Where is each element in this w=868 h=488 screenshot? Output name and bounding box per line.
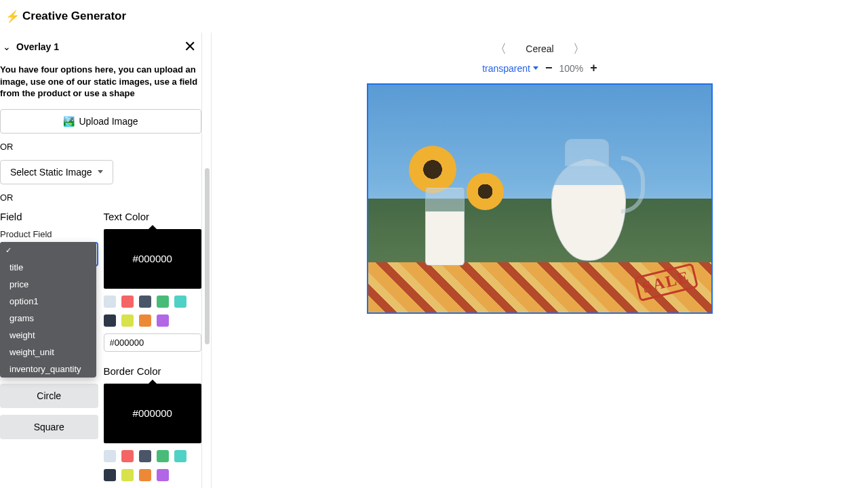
dropdown-item-blank[interactable]: ✓ bbox=[0, 242, 96, 259]
glass-icon bbox=[425, 188, 465, 266]
background-select[interactable]: transparent bbox=[482, 63, 538, 74]
product-field-dropdown: ✓ title price option1 grams weight weigh… bbox=[0, 242, 96, 378]
swatch[interactable] bbox=[104, 450, 116, 462]
dropdown-item-title[interactable]: title bbox=[0, 259, 96, 276]
zoom-out-button[interactable]: − bbox=[545, 61, 553, 75]
swatch[interactable] bbox=[174, 296, 186, 308]
sidebar: ⌄ Overlay 1 ✕ You have four options here… bbox=[0, 33, 212, 488]
scrollbar[interactable] bbox=[205, 168, 210, 344]
dropdown-item-option1[interactable]: option1 bbox=[0, 293, 96, 310]
dropdown-item-inventory[interactable]: inventory_quantity bbox=[0, 361, 96, 378]
swatch[interactable] bbox=[139, 469, 151, 481]
border-color-preview[interactable]: #000000 bbox=[104, 384, 202, 443]
swatch[interactable] bbox=[104, 296, 116, 308]
swatch[interactable] bbox=[157, 296, 169, 308]
border-color-section-title: Border Color bbox=[104, 365, 202, 377]
preview-grass bbox=[368, 199, 711, 267]
overlay-title: Overlay 1 bbox=[16, 41, 59, 52]
swatch[interactable] bbox=[157, 314, 169, 327]
swatch[interactable] bbox=[104, 469, 116, 481]
dropdown-item-weight[interactable]: weight bbox=[0, 327, 96, 344]
swatch[interactable] bbox=[121, 296, 134, 308]
preview-canvas[interactable]: SALE bbox=[367, 83, 713, 314]
upload-image-button[interactable]: 🏞️ Upload Image bbox=[0, 109, 201, 134]
swatch[interactable] bbox=[157, 450, 169, 462]
next-product-icon[interactable]: 〉 bbox=[573, 41, 585, 57]
chevron-down-icon[interactable]: ⌄ bbox=[3, 41, 11, 52]
bolt-icon: ⚡ bbox=[5, 9, 20, 24]
text-color-preview[interactable]: #000000 bbox=[104, 229, 202, 289]
check-icon: ✓ bbox=[5, 246, 12, 255]
swatch[interactable] bbox=[174, 450, 186, 462]
sunflower-icon bbox=[409, 146, 456, 193]
swatch[interactable] bbox=[139, 314, 151, 327]
swatch[interactable] bbox=[121, 314, 134, 327]
text-color-input[interactable] bbox=[104, 333, 202, 352]
swatch[interactable] bbox=[139, 450, 151, 462]
app-title: ⚡ Creative Generator bbox=[5, 9, 126, 24]
shape-square-button[interactable]: Square bbox=[0, 415, 98, 439]
swatch[interactable] bbox=[139, 296, 151, 308]
dropdown-item-price[interactable]: price bbox=[0, 276, 96, 293]
caret-down-icon bbox=[98, 170, 103, 174]
pitcher-icon bbox=[545, 132, 639, 268]
close-icon[interactable]: ✕ bbox=[181, 38, 199, 56]
zoom-percent: 100% bbox=[559, 63, 584, 74]
image-icon: 🏞️ bbox=[63, 116, 75, 127]
shape-circle-button[interactable]: Circle bbox=[0, 384, 98, 408]
canvas-area: 〈 Cereal 〉 transparent − 100% + bbox=[212, 33, 868, 488]
swatch[interactable] bbox=[104, 314, 116, 327]
or-divider: OR bbox=[0, 142, 201, 152]
or-divider: OR bbox=[0, 192, 201, 203]
dropdown-item-grams[interactable]: grams bbox=[0, 310, 96, 327]
prev-product-icon[interactable]: 〈 bbox=[494, 41, 507, 57]
field-section-title: Field bbox=[0, 211, 98, 222]
caret-down-icon bbox=[533, 66, 538, 70]
zoom-in-button[interactable]: + bbox=[590, 61, 597, 75]
overlay-description: You have four options here, you can uplo… bbox=[0, 61, 201, 109]
swatch[interactable] bbox=[157, 469, 169, 481]
dropdown-item-weight-unit[interactable]: weight_unit bbox=[0, 344, 96, 361]
swatch[interactable] bbox=[121, 450, 134, 462]
product-field-label: Product Field bbox=[0, 229, 98, 239]
sunflower-icon bbox=[467, 173, 504, 210]
select-static-image-button[interactable]: Select Static Image bbox=[0, 160, 113, 184]
product-name: Cereal bbox=[526, 43, 553, 54]
text-color-section-title: Text Color bbox=[104, 211, 202, 222]
swatch[interactable] bbox=[121, 469, 134, 481]
